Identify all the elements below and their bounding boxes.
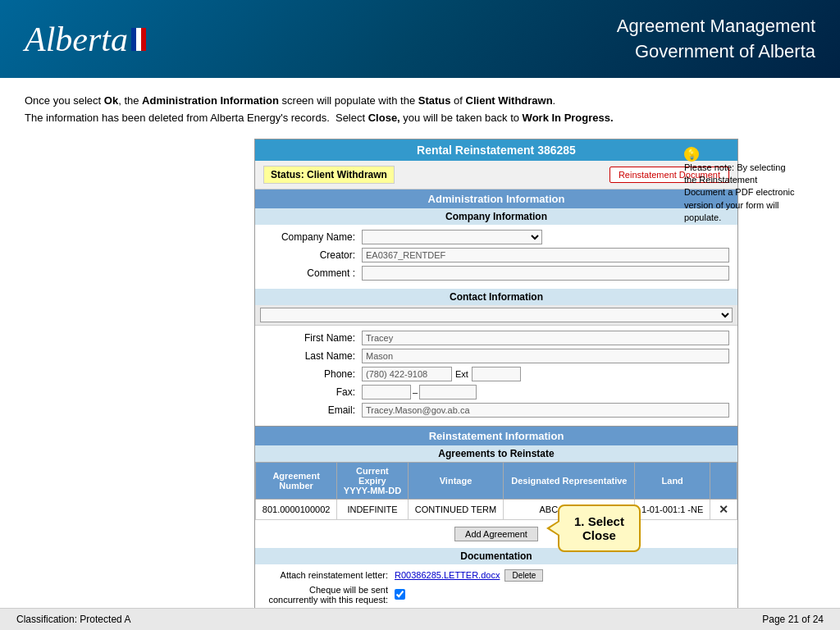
cell-vintage: CONTINUED TERM — [408, 499, 504, 519]
company-name-label: Company Name: — [263, 231, 362, 243]
form-container: Rental Reinstatement 386285 Status: Clie… — [254, 139, 738, 630]
header-title-line2: Government of Alberta — [635, 41, 815, 62]
fax-fields: – — [362, 385, 477, 399]
phone-ext-group: Ext — [362, 367, 521, 381]
fax-separator: – — [413, 387, 418, 397]
col-header-land: Land — [635, 462, 710, 499]
admin-section-header: Administration Information — [255, 189, 737, 208]
documentation-title: Documentation — [460, 550, 532, 562]
form-title-bar: Rental Reinstatement 386285 — [255, 139, 737, 161]
form-title: Rental Reinstatement 386285 — [417, 144, 576, 157]
company-form-body: Company Name: Creator: Comment : — [255, 225, 737, 289]
lightbulb-icon: 💡 — [684, 147, 699, 162]
fax-label: Fax: — [263, 386, 362, 398]
company-name-row: Company Name: — [263, 230, 729, 244]
attach-link[interactable]: R00386285.LETTER.docx — [395, 570, 500, 580]
callout-note: 💡 Please note: By selecting the Reinstat… — [676, 147, 815, 225]
status-label: Status: — [271, 169, 304, 180]
cell-agreement-number: 801.0000100002 — [256, 499, 337, 519]
reinstatement-section-title: Reinstatement Information — [429, 430, 564, 442]
footer: Classification: Protected A Page 21 of 2… — [0, 608, 840, 630]
cell-current-expiry: INDEFINITE — [337, 499, 408, 519]
contact-subsection-header: Contact Information — [255, 289, 737, 305]
first-name-row: First Name: — [263, 331, 729, 345]
last-name-label: Last Name: — [263, 350, 362, 362]
first-name-label: First Name: — [263, 332, 362, 344]
delete-button[interactable]: Delete — [504, 569, 543, 582]
intro-text: Once you select Ok, the Administration I… — [25, 93, 815, 127]
alberta-logo: Alberta — [25, 20, 128, 59]
email-label: Email: — [263, 404, 362, 416]
header-title: Agreement Management Government of Alber… — [617, 14, 815, 65]
select-close-line2: Close — [582, 528, 616, 542]
col-header-action — [710, 462, 737, 499]
status-value: Client Withdrawn — [307, 169, 387, 180]
creator-row: Creator: — [263, 248, 729, 262]
cheque-label: Cheque will be sent concurrently with th… — [263, 585, 395, 605]
comment-input[interactable] — [362, 266, 729, 281]
company-name-select[interactable] — [362, 230, 542, 244]
attach-row: Attach reinstatement letter: R00386285.L… — [263, 569, 729, 582]
canada-flag-icon — [131, 28, 146, 51]
content-area: Once you select Ok, the Administration I… — [0, 78, 840, 630]
contact-form-body: First Name: Last Name: Phone: Ext — [255, 326, 737, 426]
reinstatement-section-header: Reinstatement Information — [255, 427, 737, 445]
col-header-vintage: Vintage — [408, 462, 504, 499]
cheque-checkbox[interactable] — [395, 589, 405, 600]
first-name-input[interactable] — [362, 331, 729, 345]
cheque-row: Cheque will be sent concurrently with th… — [263, 585, 729, 605]
attach-label: Attach reinstatement letter: — [263, 570, 395, 580]
admin-section-title: Administration Information — [428, 193, 565, 205]
phone-input[interactable] — [362, 367, 452, 381]
select-close-callout: 1. Select Close — [558, 504, 641, 552]
header: Alberta Agreement Management Government … — [0, 0, 840, 78]
creator-input[interactable] — [362, 248, 729, 262]
col-header-current-expiry: CurrentExpiryYYYY-MM-DD — [337, 462, 408, 499]
last-name-input[interactable] — [362, 349, 729, 363]
header-title-line1: Agreement Management — [617, 16, 815, 36]
table-row: 801.0000100002 INDEFINITE CONTINUED TERM… — [256, 499, 737, 519]
status-bar: Status: Client Withdrawn Reinstatement D… — [255, 161, 737, 189]
page-number: Page 21 of 24 — [762, 614, 824, 625]
fax-input-1[interactable] — [362, 385, 411, 399]
reinstatement-section: Reinstatement Information Agreements to … — [255, 426, 737, 629]
fax-input-2[interactable] — [419, 385, 477, 399]
agreements-section-title: Agreements to Reinstate — [438, 448, 554, 459]
phone-label: Phone: — [263, 368, 362, 380]
add-agreement-button[interactable]: Add Agreement — [454, 527, 538, 541]
classification-label: Classification: Protected A — [16, 614, 130, 625]
callout-note-text: Please note: By selecting the Reinstatem… — [684, 162, 799, 225]
cell-remove[interactable]: ✕ — [710, 499, 737, 519]
col-header-designated-rep: Designated Representative — [504, 462, 635, 499]
remove-row-button[interactable]: ✕ — [715, 503, 732, 516]
phone-row: Phone: Ext — [263, 367, 729, 381]
agreements-table: AgreementNumber CurrentExpiryYYYY-MM-DD … — [255, 462, 737, 520]
agreements-subsection-header: Agreements to Reinstate — [255, 445, 737, 462]
company-section-title: Company Information — [445, 211, 547, 222]
col-header-agreement-number: AgreementNumber — [256, 462, 337, 499]
last-name-row: Last Name: — [263, 349, 729, 363]
ext-label: Ext — [455, 369, 468, 379]
email-row: Email: — [263, 403, 729, 418]
company-subsection-header: Company Information — [255, 208, 737, 225]
cell-land: 1-01-001:1 -NE — [635, 499, 710, 519]
documentation-subsection-header: Documentation — [255, 548, 737, 564]
logo-area: Alberta — [25, 20, 146, 59]
ext-input[interactable] — [472, 367, 521, 381]
comment-row: Comment : — [263, 266, 729, 281]
fax-row: Fax: – — [263, 385, 729, 399]
form-wrapper: Rental Reinstatement 386285 Status: Clie… — [25, 139, 815, 630]
contact-select[interactable] — [260, 308, 733, 322]
select-close-line1: 1. Select — [574, 514, 624, 528]
status-badge: Status: Client Withdrawn — [263, 166, 395, 184]
creator-label: Creator: — [263, 249, 362, 261]
comment-label: Comment : — [263, 267, 362, 279]
email-input[interactable] — [362, 403, 729, 418]
contact-section-title: Contact Information — [450, 291, 543, 303]
